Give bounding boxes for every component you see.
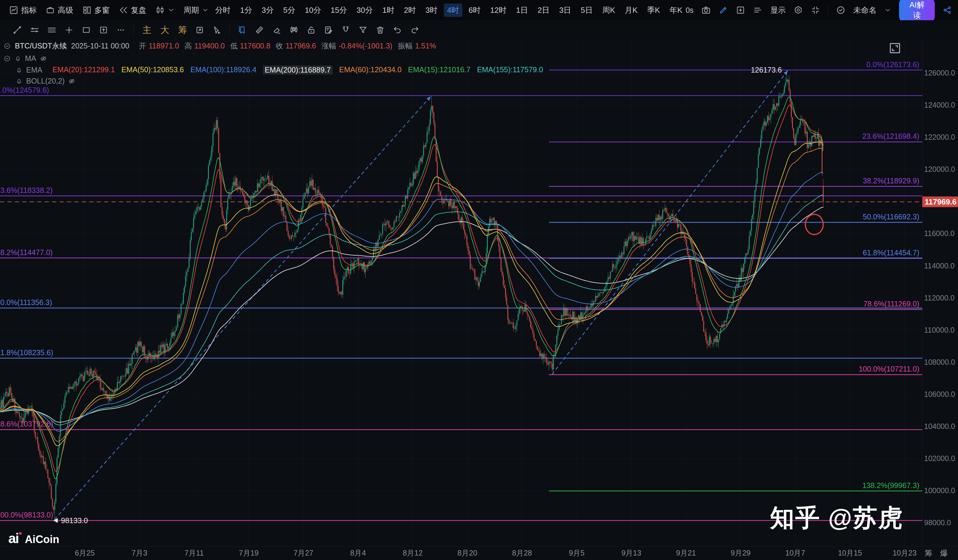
ohlc-field-label: 涨幅: [321, 42, 336, 50]
object-tree-icon[interactable]: [753, 5, 763, 15]
bottom-tab-筹[interactable]: 筹: [925, 548, 933, 558]
collapse-indicator-icon[interactable]: [3, 55, 11, 62]
layout-name[interactable]: 未命名: [853, 5, 877, 16]
chart-mode-筹[interactable]: 筹: [178, 24, 187, 36]
eraser-icon[interactable]: [272, 25, 281, 35]
menu-item-replay[interactable]: 复盘: [119, 5, 146, 16]
measure-ruler-icon[interactable]: [255, 25, 264, 35]
trendlines[interactable]: [54, 70, 788, 520]
candle-style-dropdown[interactable]: [155, 5, 174, 15]
svg-text:106000.0: 106000.0: [924, 390, 955, 398]
settings-icon[interactable]: [793, 5, 803, 15]
note-icon[interactable]: [324, 25, 333, 35]
hide-indicator-icon[interactable]: [68, 78, 75, 85]
menu-item-label: 指标: [21, 5, 36, 16]
alert-bell-icon[interactable]: [16, 66, 22, 74]
timeframe-周K[interactable]: 周K: [599, 3, 618, 17]
svg-text:10月7: 10月7: [785, 549, 806, 557]
candle-pattern-icon[interactable]: [289, 25, 299, 35]
chart-mode-大[interactable]: 大: [160, 24, 169, 36]
share-icon[interactable]: [942, 5, 952, 15]
timeframe-3日[interactable]: 3日: [556, 3, 574, 17]
collapse-icon[interactable]: [811, 5, 820, 15]
svg-text:7月11: 7月11: [184, 549, 204, 557]
trendline-tool-icon[interactable]: [13, 25, 22, 35]
ai-analysis-button[interactable]: AI解读: [899, 0, 935, 23]
svg-text:114000.0: 114000.0: [924, 261, 955, 270]
ema-value: EMA(200):116889.7: [263, 65, 333, 74]
annotations: 126173.698133.0: [53, 66, 782, 525]
timeframe-5分[interactable]: 5分: [280, 3, 298, 17]
svg-text:0.0%(124579.6): 0.0%(124579.6): [0, 86, 49, 94]
magnet-icon[interactable]: [341, 25, 351, 35]
timeframe-2日[interactable]: 2日: [535, 3, 553, 17]
fibonacci-levels[interactable]: 0.0%(124579.6)23.6%(118338.2)38.2%(11447…: [0, 60, 922, 520]
parallel-lines-tool-icon[interactable]: [47, 25, 57, 35]
menu-item-advanced[interactable]: 高级: [46, 5, 73, 16]
menu-item-indicator[interactable]: 指标: [9, 5, 36, 16]
draw-mode-icon[interactable]: [718, 5, 728, 15]
collapse-legend-icon[interactable]: [3, 43, 11, 50]
add-pane-icon[interactable]: [736, 5, 745, 15]
ohlc-field-label: 开: [139, 42, 146, 50]
menu-item-label: 多窗: [94, 5, 110, 16]
advanced-icon: [46, 5, 55, 15]
highlight-circle[interactable]: [806, 214, 823, 234]
chart-mode-主[interactable]: 主: [143, 24, 151, 36]
chevron-down-icon: [168, 6, 174, 14]
alert-bell-icon[interactable]: [14, 55, 21, 62]
timeframe-分时[interactable]: 分时: [212, 3, 234, 17]
timeframe-月K[interactable]: 月K: [622, 3, 641, 17]
ema-value: EMA(100):118926.4: [190, 65, 257, 74]
chevron-down-icon[interactable]: [884, 6, 891, 14]
timeframe-4时[interactable]: 4时: [444, 3, 462, 17]
timeframe-2时[interactable]: 2时: [401, 3, 419, 17]
timeframe-12时[interactable]: 12时: [487, 3, 510, 17]
timeframe-6时[interactable]: 6时: [465, 3, 484, 17]
timeframe-30分[interactable]: 30分: [353, 3, 376, 17]
position-tool-icon[interactable]: [99, 25, 108, 35]
timeframe-1时[interactable]: 1时: [379, 3, 398, 17]
timeframe-15分[interactable]: 15分: [327, 3, 350, 17]
timeframe-1日[interactable]: 1日: [512, 3, 531, 17]
ema-values: EMA(20):121299.1EMA(50):120853.6EMA(100)…: [46, 65, 543, 74]
alert-bell-icon[interactable]: [16, 78, 22, 85]
bottom-tab-爆[interactable]: 爆: [940, 548, 948, 558]
timeframe-10分[interactable]: 10分: [301, 3, 324, 17]
svg-text:61.8%(114454.7): 61.8%(114454.7): [863, 248, 919, 257]
timeframe-1分[interactable]: 1分: [237, 3, 255, 17]
ema-value: EMA(50):120853.6: [121, 65, 184, 74]
price-chart[interactable]: 0.0%(124579.6)23.6%(118338.2)38.2%(11447…: [0, 0, 958, 560]
display-menu[interactable]: 显示: [770, 5, 786, 16]
svg-text:122000.0: 122000.0: [924, 133, 955, 141]
timeframe-季K[interactable]: 季K: [644, 3, 663, 17]
filter-icon[interactable]: [358, 25, 368, 35]
horizontal-line-tool-icon[interactable]: [30, 25, 39, 35]
rectangle-tool-icon[interactable]: [81, 25, 91, 35]
hide-indicator-icon[interactable]: [40, 55, 47, 62]
more-tools-icon[interactable]: [116, 25, 125, 35]
unlock-drawings-icon[interactable]: [306, 25, 316, 35]
template-edit-icon[interactable]: [195, 25, 205, 35]
compare-pointer-icon[interactable]: [212, 25, 222, 35]
menu-item-multiwindow[interactable]: 多窗: [82, 5, 110, 16]
timeframe-5日[interactable]: 5日: [577, 3, 596, 17]
ohlc-field-value: -0.84%(-1001.3): [339, 42, 392, 50]
svg-text:10月15: 10月15: [838, 549, 862, 557]
bookmark-icon[interactable]: [238, 25, 247, 35]
screenshot-icon[interactable]: [701, 5, 711, 15]
timeframe-年K[interactable]: 年K: [666, 3, 685, 17]
delete-drawings-icon[interactable]: [376, 25, 385, 35]
aicoin-logo-dot: [19, 532, 22, 535]
period-dropdown[interactable]: 周期: [184, 5, 209, 16]
undo-icon[interactable]: [393, 25, 402, 35]
replay-icon: [119, 5, 128, 15]
cross-tool-icon[interactable]: [64, 25, 74, 35]
redo-icon[interactable]: [410, 25, 419, 35]
timeframe-3分[interactable]: 3分: [258, 3, 277, 17]
svg-text:7月27: 7月27: [293, 549, 313, 557]
menu-item-label: 高级: [58, 5, 73, 16]
expand-pane-button[interactable]: [888, 42, 901, 55]
timeframe-3时[interactable]: 3时: [422, 3, 441, 17]
svg-text:116000.0: 116000.0: [924, 229, 955, 237]
